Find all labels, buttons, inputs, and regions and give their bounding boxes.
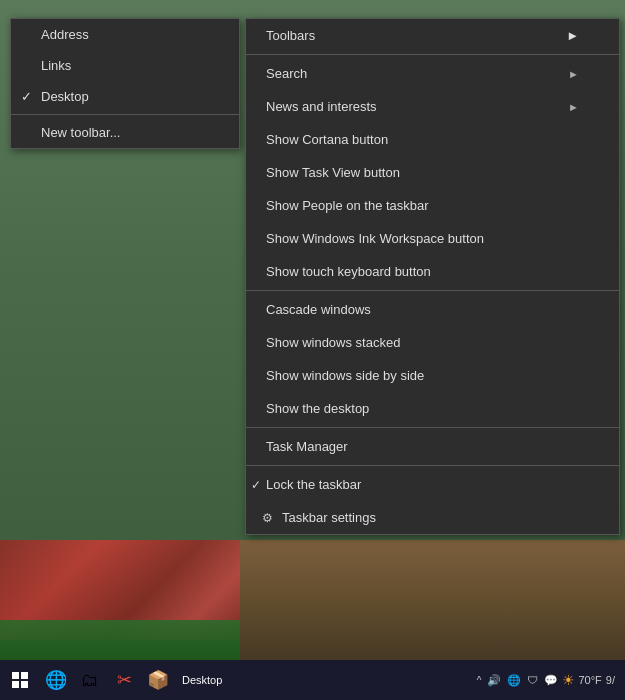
taskbar-right: ^ 🔊 🌐 🛡 💬 ☀ 70°F 9/ bbox=[477, 672, 621, 688]
toolbars-arrow: ► bbox=[566, 28, 579, 43]
menu-item-touchkeyboard[interactable]: Show touch keyboard button bbox=[246, 255, 619, 288]
separator-after-touchkeyboard bbox=[246, 290, 619, 291]
start-button[interactable] bbox=[4, 664, 36, 696]
menu-item-desktop[interactable]: Desktop bbox=[11, 81, 239, 112]
desktop-label: Desktop bbox=[182, 674, 222, 686]
taskbar-icon-3[interactable]: ✂ bbox=[108, 664, 140, 696]
svg-rect-1 bbox=[21, 672, 28, 679]
menu-item-cascade[interactable]: Cascade windows bbox=[246, 293, 619, 326]
taskview-label: Show Task View button bbox=[266, 165, 400, 180]
news-label: News and interests bbox=[266, 99, 377, 114]
menu-item-links[interactable]: Links bbox=[11, 50, 239, 81]
menu-item-search[interactable]: Search ► bbox=[246, 57, 619, 90]
touchkeyboard-label: Show touch keyboard button bbox=[266, 264, 431, 279]
locktaskbar-label: Lock the taskbar bbox=[266, 477, 361, 492]
menu-item-stacked[interactable]: Show windows stacked bbox=[246, 326, 619, 359]
inkworkspace-label: Show Windows Ink Workspace button bbox=[266, 231, 484, 246]
menu-item-locktaskbar[interactable]: Lock the taskbar bbox=[246, 468, 619, 501]
left-menu-separator bbox=[11, 114, 239, 115]
sun-icon: ☀ bbox=[562, 672, 575, 688]
temperature-display: 70°F bbox=[578, 674, 601, 686]
shield-icon[interactable]: 🛡 bbox=[527, 674, 538, 686]
menu-item-taskview[interactable]: Show Task View button bbox=[246, 156, 619, 189]
taskbar: 🌐 🗂 ✂ 📦 Desktop ^ 🔊 🌐 🛡 💬 ☀ 70°F 9/ bbox=[0, 660, 625, 700]
svg-rect-0 bbox=[12, 672, 19, 679]
menu-item-address[interactable]: Address bbox=[11, 19, 239, 50]
stacked-label: Show windows stacked bbox=[266, 335, 400, 350]
menu-item-cortana[interactable]: Show Cortana button bbox=[246, 123, 619, 156]
svg-rect-2 bbox=[12, 681, 19, 688]
bg-grass bbox=[0, 620, 240, 660]
separator-after-taskmanager bbox=[246, 465, 619, 466]
right-context-menu: Toolbars ► Search ► News and interests ►… bbox=[245, 18, 620, 535]
weather-widget[interactable]: ☀ 70°F bbox=[562, 672, 601, 688]
cortana-label: Show Cortana button bbox=[266, 132, 388, 147]
toolbars-label: Toolbars bbox=[266, 28, 315, 43]
taskmanager-label: Task Manager bbox=[266, 439, 348, 454]
search-arrow: ► bbox=[568, 68, 579, 80]
chevron-up-icon[interactable]: ^ bbox=[477, 675, 482, 686]
menu-item-taskbarsettings[interactable]: ⚙ Taskbar settings bbox=[246, 501, 619, 534]
clock[interactable]: 9/ bbox=[606, 674, 615, 686]
menu-item-news[interactable]: News and interests ► bbox=[246, 90, 619, 123]
people-label: Show People on the taskbar bbox=[266, 198, 429, 213]
showdesktop-label: Show the desktop bbox=[266, 401, 369, 416]
left-context-menu: Address Links Desktop New toolbar... bbox=[10, 18, 240, 149]
news-arrow: ► bbox=[568, 101, 579, 113]
menu-item-people[interactable]: Show People on the taskbar bbox=[246, 189, 619, 222]
taskbar-pinned-icons: 🌐 🗂 ✂ 📦 bbox=[40, 664, 174, 696]
sidebyside-label: Show windows side by side bbox=[266, 368, 424, 383]
menu-item-inkworkspace[interactable]: Show Windows Ink Workspace button bbox=[246, 222, 619, 255]
search-label: Search bbox=[266, 66, 307, 81]
separator-after-toolbars bbox=[246, 54, 619, 55]
taskbar-icon-4[interactable]: 📦 bbox=[142, 664, 174, 696]
menu-item-showdesktop[interactable]: Show the desktop bbox=[246, 392, 619, 425]
notification-icon[interactable]: 💬 bbox=[544, 674, 558, 687]
separator-after-showdesktop bbox=[246, 427, 619, 428]
menu-item-sidebyside[interactable]: Show windows side by side bbox=[246, 359, 619, 392]
taskbar-icon-1[interactable]: 🌐 bbox=[40, 664, 72, 696]
gear-icon: ⚙ bbox=[262, 511, 273, 525]
taskbarsettings-label: Taskbar settings bbox=[282, 510, 376, 525]
time-display: 9/ bbox=[606, 674, 615, 686]
network-icon[interactable]: 🌐 bbox=[507, 674, 521, 687]
systray: ^ 🔊 🌐 🛡 💬 bbox=[477, 674, 559, 687]
menu-item-toolbars[interactable]: Toolbars ► bbox=[246, 19, 619, 52]
svg-rect-3 bbox=[21, 681, 28, 688]
cascade-label: Cascade windows bbox=[266, 302, 371, 317]
speaker-icon[interactable]: 🔊 bbox=[487, 674, 501, 687]
taskbar-icon-2[interactable]: 🗂 bbox=[74, 664, 106, 696]
menu-item-taskmanager[interactable]: Task Manager bbox=[246, 430, 619, 463]
menu-item-new-toolbar[interactable]: New toolbar... bbox=[11, 117, 239, 148]
